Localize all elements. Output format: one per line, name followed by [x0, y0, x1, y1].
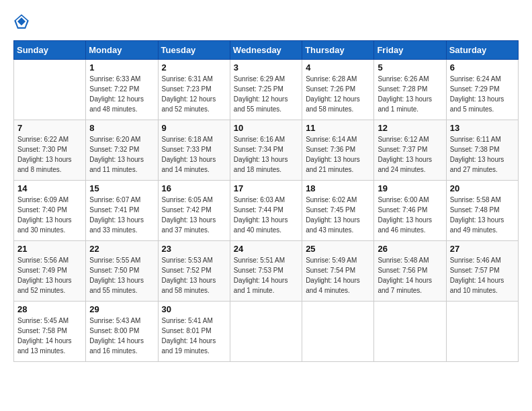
week-row-2: 7Sunrise: 6:22 AMSunset: 7:30 PMDaylight… — [14, 120, 519, 181]
day-detail: Sunrise: 6:05 AMSunset: 7:42 PMDaylight:… — [162, 195, 226, 235]
day-number: 29 — [89, 304, 154, 314]
day-cell: 16Sunrise: 6:05 AMSunset: 7:42 PMDayligh… — [158, 181, 230, 241]
day-cell: 4Sunrise: 6:28 AMSunset: 7:26 PMDaylight… — [302, 60, 374, 120]
logo-icon — [13, 13, 30, 30]
weekday-header-wednesday: Wednesday — [230, 41, 302, 60]
week-row-5: 28Sunrise: 5:45 AMSunset: 7:58 PMDayligh… — [14, 302, 519, 362]
day-number: 2 — [162, 62, 226, 73]
day-cell: 11Sunrise: 6:14 AMSunset: 7:36 PMDayligh… — [302, 120, 374, 181]
day-number: 14 — [17, 183, 82, 193]
day-detail: Sunrise: 6:28 AMSunset: 7:26 PMDaylight:… — [306, 74, 370, 114]
weekday-header-thursday: Thursday — [302, 41, 374, 60]
day-cell: 17Sunrise: 6:03 AMSunset: 7:44 PMDayligh… — [230, 181, 302, 241]
day-detail: Sunrise: 6:33 AMSunset: 7:22 PMDaylight:… — [89, 74, 154, 114]
page-header — [13, 13, 519, 30]
day-detail: Sunrise: 6:12 AMSunset: 7:37 PMDaylight:… — [378, 134, 442, 175]
day-cell: 6Sunrise: 6:24 AMSunset: 7:29 PMDaylight… — [446, 60, 518, 120]
day-cell: 18Sunrise: 6:02 AMSunset: 7:45 PMDayligh… — [302, 181, 374, 241]
day-detail: Sunrise: 6:02 AMSunset: 7:45 PMDaylight:… — [306, 195, 370, 235]
day-detail: Sunrise: 6:03 AMSunset: 7:44 PMDaylight:… — [234, 195, 298, 235]
day-cell: 2Sunrise: 6:31 AMSunset: 7:23 PMDaylight… — [158, 60, 230, 120]
day-cell: 15Sunrise: 6:07 AMSunset: 7:41 PMDayligh… — [86, 181, 158, 241]
day-number: 6 — [450, 62, 515, 73]
day-cell: 29Sunrise: 5:43 AMSunset: 8:00 PMDayligh… — [86, 302, 158, 362]
day-number: 1 — [89, 62, 154, 73]
calendar-table: SundayMondayTuesdayWednesdayThursdayFrid… — [13, 40, 519, 362]
day-detail: Sunrise: 5:43 AMSunset: 8:00 PMDaylight:… — [89, 316, 154, 356]
weekday-header-sunday: Sunday — [14, 41, 86, 60]
weekday-header-monday: Monday — [86, 41, 158, 60]
day-number: 7 — [17, 123, 82, 133]
day-number: 13 — [450, 123, 515, 133]
day-detail: Sunrise: 6:14 AMSunset: 7:36 PMDaylight:… — [306, 134, 370, 175]
day-number: 24 — [234, 244, 298, 254]
day-detail: Sunrise: 5:55 AMSunset: 7:50 PMDaylight:… — [89, 255, 154, 295]
week-row-4: 21Sunrise: 5:56 AMSunset: 7:49 PMDayligh… — [14, 241, 519, 302]
day-detail: Sunrise: 6:16 AMSunset: 7:34 PMDaylight:… — [234, 134, 298, 175]
day-number: 18 — [306, 183, 370, 193]
day-cell: 13Sunrise: 6:11 AMSunset: 7:38 PMDayligh… — [446, 120, 518, 181]
day-cell: 1Sunrise: 6:33 AMSunset: 7:22 PMDaylight… — [86, 60, 158, 120]
day-number: 26 — [378, 244, 442, 254]
day-detail: Sunrise: 6:07 AMSunset: 7:41 PMDaylight:… — [89, 195, 154, 235]
week-row-1: 1Sunrise: 6:33 AMSunset: 7:22 PMDaylight… — [14, 60, 519, 120]
day-cell: 9Sunrise: 6:18 AMSunset: 7:33 PMDaylight… — [158, 120, 230, 181]
day-cell: 30Sunrise: 5:41 AMSunset: 8:01 PMDayligh… — [158, 302, 230, 362]
day-cell — [374, 302, 446, 362]
day-detail: Sunrise: 5:46 AMSunset: 7:57 PMDaylight:… — [450, 255, 515, 295]
day-number: 4 — [306, 62, 370, 73]
day-number: 12 — [378, 123, 442, 133]
day-cell: 26Sunrise: 5:48 AMSunset: 7:56 PMDayligh… — [374, 241, 446, 302]
day-number: 22 — [89, 244, 154, 254]
day-detail: Sunrise: 5:51 AMSunset: 7:53 PMDaylight:… — [234, 255, 298, 295]
day-number: 17 — [234, 183, 298, 193]
day-number: 10 — [234, 123, 298, 133]
day-number: 20 — [450, 183, 515, 193]
day-number: 28 — [17, 304, 82, 314]
day-cell: 3Sunrise: 6:29 AMSunset: 7:25 PMDaylight… — [230, 60, 302, 120]
day-detail: Sunrise: 6:00 AMSunset: 7:46 PMDaylight:… — [378, 195, 442, 235]
day-cell: 5Sunrise: 6:26 AMSunset: 7:28 PMDaylight… — [374, 60, 446, 120]
day-cell: 12Sunrise: 6:12 AMSunset: 7:37 PMDayligh… — [374, 120, 446, 181]
day-cell — [230, 302, 302, 362]
day-detail: Sunrise: 6:20 AMSunset: 7:32 PMDaylight:… — [89, 134, 154, 175]
day-number: 16 — [162, 183, 226, 193]
day-number: 25 — [306, 244, 370, 254]
day-detail: Sunrise: 5:53 AMSunset: 7:52 PMDaylight:… — [162, 255, 226, 295]
day-detail: Sunrise: 5:48 AMSunset: 7:56 PMDaylight:… — [378, 255, 442, 295]
day-number: 5 — [378, 62, 442, 73]
day-cell: 23Sunrise: 5:53 AMSunset: 7:52 PMDayligh… — [158, 241, 230, 302]
day-number: 15 — [89, 183, 154, 193]
weekday-header-row: SundayMondayTuesdayWednesdayThursdayFrid… — [14, 41, 519, 60]
day-cell: 22Sunrise: 5:55 AMSunset: 7:50 PMDayligh… — [86, 241, 158, 302]
day-number: 23 — [162, 244, 226, 254]
weekday-header-tuesday: Tuesday — [158, 41, 230, 60]
day-detail: Sunrise: 5:49 AMSunset: 7:54 PMDaylight:… — [306, 255, 370, 295]
day-detail: Sunrise: 6:11 AMSunset: 7:38 PMDaylight:… — [450, 134, 515, 175]
day-number: 11 — [306, 123, 370, 133]
weekday-header-friday: Friday — [374, 41, 446, 60]
day-cell: 20Sunrise: 5:58 AMSunset: 7:48 PMDayligh… — [446, 181, 518, 241]
day-detail: Sunrise: 6:22 AMSunset: 7:30 PMDaylight:… — [17, 134, 82, 175]
day-cell: 10Sunrise: 6:16 AMSunset: 7:34 PMDayligh… — [230, 120, 302, 181]
day-number: 27 — [450, 244, 515, 254]
day-detail: Sunrise: 5:58 AMSunset: 7:48 PMDaylight:… — [450, 195, 515, 235]
day-number: 8 — [89, 123, 154, 133]
day-cell: 19Sunrise: 6:00 AMSunset: 7:46 PMDayligh… — [374, 181, 446, 241]
day-cell: 14Sunrise: 6:09 AMSunset: 7:40 PMDayligh… — [14, 181, 86, 241]
day-cell: 27Sunrise: 5:46 AMSunset: 7:57 PMDayligh… — [446, 241, 518, 302]
day-cell — [14, 60, 86, 120]
day-detail: Sunrise: 6:29 AMSunset: 7:25 PMDaylight:… — [234, 74, 298, 114]
day-cell: 7Sunrise: 6:22 AMSunset: 7:30 PMDaylight… — [14, 120, 86, 181]
day-detail: Sunrise: 6:18 AMSunset: 7:33 PMDaylight:… — [162, 134, 226, 175]
day-cell — [446, 302, 518, 362]
day-cell: 25Sunrise: 5:49 AMSunset: 7:54 PMDayligh… — [302, 241, 374, 302]
week-row-3: 14Sunrise: 6:09 AMSunset: 7:40 PMDayligh… — [14, 181, 519, 241]
logo — [13, 13, 32, 30]
day-number: 19 — [378, 183, 442, 193]
day-number: 9 — [162, 123, 226, 133]
day-cell — [302, 302, 374, 362]
day-detail: Sunrise: 6:26 AMSunset: 7:28 PMDaylight:… — [378, 74, 442, 114]
day-detail: Sunrise: 6:24 AMSunset: 7:29 PMDaylight:… — [450, 74, 515, 114]
day-detail: Sunrise: 5:45 AMSunset: 7:58 PMDaylight:… — [17, 316, 82, 356]
